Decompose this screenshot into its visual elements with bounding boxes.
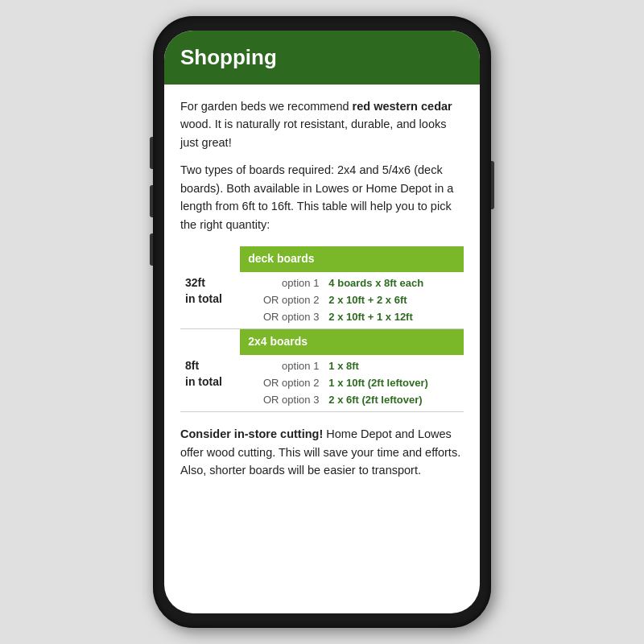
2x4-option-2: OR option 2 [245, 375, 319, 392]
deck-boards-header-row: deck boards [180, 246, 464, 272]
silent-switch [150, 233, 153, 266]
2x4-value-2: 1 x 10ft (2ft leftover) [328, 375, 459, 392]
page-title: Shopping [180, 45, 277, 69]
2x4-boards-options: option 1 OR option 2 OR option 3 [240, 355, 324, 412]
power-button [491, 161, 494, 209]
page-body: For garden beds we recommend red western… [164, 85, 480, 496]
2x4-option-3: OR option 3 [245, 392, 319, 409]
header2-empty-cell [180, 329, 240, 355]
page-header: Shopping [164, 31, 480, 85]
screen-scroll[interactable]: Shopping For garden beds we recommend re… [164, 31, 480, 613]
deck-value-1: 4 boards x 8ft each [328, 275, 459, 292]
deck-boards-header-label: deck boards [240, 246, 464, 272]
intro-paragraph: For garden beds we recommend red western… [180, 97, 464, 151]
boards-table: deck boards 32ft in total option 1 OR op… [180, 246, 464, 412]
2x4-boards-values: 1 x 8ft 1 x 10ft (2ft leftover) 2 x 6ft … [324, 355, 464, 412]
deck-boards-row-label: 32ft in total [180, 272, 240, 329]
consider-bold: Consider in-store cutting! [180, 427, 323, 440]
deck-value-3: 2 x 10ft + 1 x 12ft [328, 309, 459, 326]
deck-option-1: option 1 [245, 275, 319, 292]
phone-screen: Shopping For garden beds we recommend re… [164, 31, 480, 613]
2x4-option-1: option 1 [245, 358, 319, 375]
intro-bold: red western cedar [353, 100, 452, 113]
deck-option-3: OR option 3 [245, 309, 319, 326]
intro-text-part2: wood. It is naturally rot resistant, dur… [180, 118, 446, 148]
deck-boards-options: option 1 OR option 2 OR option 3 [240, 272, 324, 329]
volume-down-button [150, 185, 153, 217]
deck-boards-data-row: 32ft in total option 1 OR option 2 OR op… [180, 272, 464, 329]
2x4-boards-header-label: 2x4 boards [240, 329, 464, 355]
consider-paragraph: Consider in-store cutting! Home Depot an… [180, 425, 464, 479]
2x4-boards-row-label: 8ft in total [180, 355, 240, 412]
2x4-boards-data-row: 8ft in total option 1 OR option 2 OR opt… [180, 355, 464, 412]
deck-value-2: 2 x 10ft + 2 x 6ft [328, 292, 459, 309]
2x4-value-3: 2 x 6ft (2ft leftover) [328, 392, 459, 409]
2x4-value-1: 1 x 8ft [328, 358, 459, 375]
second-paragraph: Two types of boards required: 2x4 and 5/… [180, 161, 464, 233]
volume-up-button [150, 137, 153, 169]
phone-device: Shopping For garden beds we recommend re… [153, 16, 491, 628]
deck-boards-values: 4 boards x 8ft each 2 x 10ft + 2 x 6ft 2… [324, 272, 464, 329]
header-empty-cell [180, 246, 240, 272]
2x4-boards-header-row: 2x4 boards [180, 329, 464, 355]
intro-text-part1: For garden beds we recommend [180, 100, 353, 113]
deck-option-2: OR option 2 [245, 292, 319, 309]
